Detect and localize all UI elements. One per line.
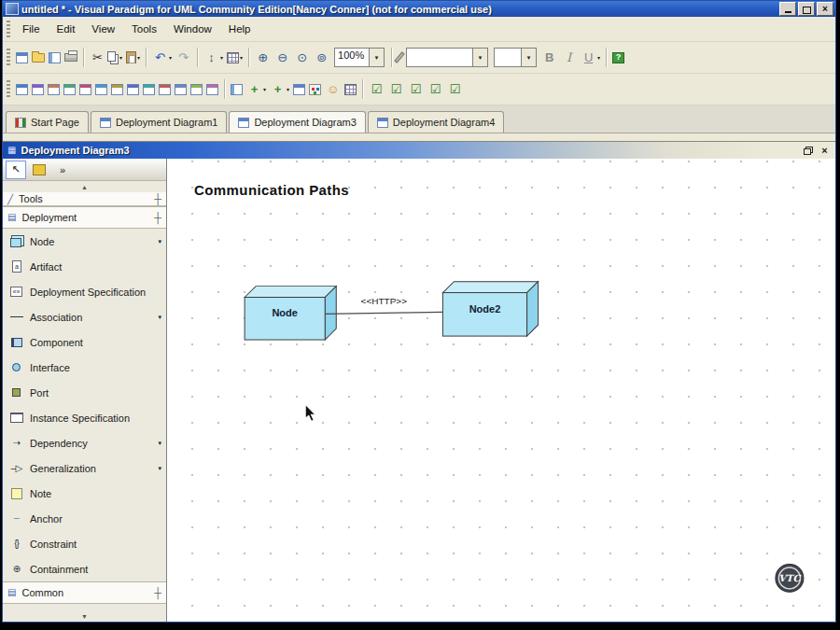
create-element-dropdown-icon[interactable]: ▾ [263, 86, 266, 92]
show-view-button[interactable] [229, 77, 245, 101]
format-copier-button[interactable]: ↕▾ [202, 46, 225, 69]
publish-button[interactable]: ☑ [445, 77, 465, 101]
state-diagram-button[interactable] [77, 77, 93, 101]
palette-item-association-dropdown-icon[interactable]: ▾ [158, 314, 161, 321]
tab-deployment-diagram1[interactable]: Deployment Diagram1 [91, 111, 227, 133]
deployment-pin-icon[interactable]: ┼ [154, 213, 161, 223]
spell-check-button[interactable]: ☑ [386, 77, 406, 101]
diagram-canvas[interactable]: Communication Paths Node <<HTTP>> Node2 [167, 159, 835, 622]
package-diagram-button[interactable] [141, 77, 157, 101]
report-button[interactable]: ☑ [406, 77, 426, 101]
font-size-combo[interactable]: ▼ [494, 48, 537, 67]
use-case-diagram-button[interactable] [30, 77, 46, 101]
palette-item-containment[interactable]: ⊕Containment [3, 556, 166, 581]
activity-diagram-button[interactable] [93, 77, 109, 101]
tab-deployment-diagram3[interactable]: Deployment Diagram3 [229, 111, 365, 133]
nicknames-button[interactable]: ☺ [323, 77, 343, 101]
uml-node-1[interactable]: Node [245, 287, 336, 340]
menu-tools[interactable]: Tools [123, 21, 165, 37]
deployment-diagram-button[interactable] [125, 77, 141, 101]
copy-button[interactable]: ▾ [107, 46, 124, 69]
create-connector-button[interactable]: +▾ [268, 77, 291, 101]
timing-diagram-button[interactable] [189, 77, 204, 101]
redo-button[interactable]: ↷ [174, 46, 193, 69]
palette-scroll-up[interactable]: ▲ [3, 181, 166, 192]
palette-scroll-down[interactable]: ▼ [3, 610, 166, 622]
copy-dropdown-icon[interactable]: ▾ [119, 54, 122, 61]
communication-diagram-button[interactable] [62, 77, 77, 101]
cut-button[interactable]: ✂ [88, 46, 107, 69]
palette-item-component[interactable]: Component [3, 329, 166, 355]
font-family-combo[interactable]: ▼ [406, 48, 488, 67]
open-project-button[interactable] [30, 46, 47, 69]
tab-deployment-diagram4[interactable]: Deployment Diagram4 [368, 111, 504, 133]
interaction-overview-diagram-button[interactable] [204, 77, 220, 101]
palette-section-common[interactable]: ▤ Common ┼ [3, 581, 166, 604]
component-diagram-button[interactable] [109, 77, 125, 101]
sweeper-button[interactable] [396, 46, 403, 69]
palette-section-deployment[interactable]: ▤ Deployment ┼ [3, 206, 166, 229]
communication-path-link[interactable] [325, 312, 442, 314]
restore-button[interactable] [798, 2, 815, 16]
font-size-combo-dropdown-icon[interactable]: ▼ [521, 49, 536, 66]
tools-pin-icon[interactable]: ┼ [154, 194, 161, 204]
menu-view[interactable]: View [83, 21, 123, 37]
layout-button[interactable]: ▾ [225, 46, 245, 69]
menu-help[interactable]: Help [220, 21, 259, 37]
menu-file[interactable]: File [14, 21, 49, 37]
palette-item-association[interactable]: Association▾ [3, 304, 166, 329]
uml-node-2[interactable]: Node2 [442, 282, 538, 336]
zoom-in-button[interactable]: ⊕ [253, 46, 273, 69]
create-connector-dropdown-icon[interactable]: ▾ [287, 86, 289, 92]
overview-button[interactable] [343, 77, 358, 101]
magnifier-button[interactable]: ⊙ [292, 46, 312, 69]
new-project-button[interactable] [14, 46, 30, 69]
underline-dropdown-icon[interactable]: ▾ [597, 54, 600, 61]
menu-window[interactable]: Window [165, 21, 220, 37]
font-family-combo-dropdown-icon[interactable]: ▼ [472, 49, 487, 66]
close-button[interactable]: × [817, 2, 833, 16]
float-window-button[interactable] [802, 145, 814, 156]
common-pin-icon[interactable]: ┼ [154, 588, 161, 598]
palette-item-dependency-dropdown-icon[interactable]: ▾ [158, 440, 161, 447]
palette-menu-button[interactable]: » [52, 161, 73, 179]
palette-section-tools[interactable]: ╱ Tools ┼ [3, 192, 166, 206]
zoom-level-combo[interactable]: 100%▼ [334, 48, 385, 67]
zoom-out-button[interactable]: ⊖ [273, 46, 292, 69]
palette-item-node[interactable]: Node▾ [3, 229, 166, 254]
minimize-button[interactable] [779, 2, 796, 16]
paste-button[interactable]: ▾ [124, 46, 142, 69]
palette-item-constraint[interactable]: {}Constraint [3, 531, 166, 556]
italic-button[interactable]: I [559, 46, 579, 69]
palette-item-artifact[interactable]: Artifact [3, 254, 166, 279]
palette-item-instance-specification[interactable]: Instance Specification [3, 405, 166, 430]
zoom-level-combo-dropdown-icon[interactable]: ▼ [369, 49, 384, 66]
bold-button[interactable]: B [539, 46, 559, 69]
pointer-tool-button[interactable]: ↖ [6, 161, 26, 179]
sequence-diagram-button[interactable] [46, 77, 62, 101]
palette-item-deployment-specification[interactable]: Deployment Specification [3, 279, 166, 304]
zoom-area-button[interactable]: ⊚ [312, 46, 331, 69]
formats-button[interactable] [307, 77, 323, 101]
undo-button[interactable]: ↶▾ [150, 46, 174, 69]
class-diagram-button[interactable] [14, 77, 30, 101]
menu-edit[interactable]: Edit [49, 21, 84, 37]
print-button[interactable] [63, 46, 79, 69]
sweeper-tool-button[interactable] [29, 161, 49, 179]
validate-button[interactable]: ☑ [367, 77, 386, 101]
open-specification-button[interactable] [291, 77, 307, 101]
help-button[interactable]: ? [610, 46, 626, 69]
palette-item-port[interactable]: Port [3, 380, 166, 405]
palette-item-anchor[interactable]: ┈Anchor [3, 506, 166, 531]
panes-button[interactable] [47, 46, 63, 69]
palette-item-interface[interactable]: Interface [3, 355, 166, 380]
palette-item-note[interactable]: Note [3, 481, 166, 506]
undo-dropdown-icon[interactable]: ▾ [169, 54, 172, 61]
paste-dropdown-icon[interactable]: ▾ [137, 54, 140, 61]
palette-item-node-dropdown-icon[interactable]: ▾ [158, 238, 161, 245]
close-diagram-button[interactable]: × [819, 145, 831, 156]
format-copier-dropdown-icon[interactable]: ▾ [220, 54, 223, 61]
palette-item-generalization[interactable]: –▷Generalization▾ [3, 455, 166, 481]
composite-structure-diagram-button[interactable] [173, 77, 189, 101]
underline-button[interactable]: U▾ [579, 46, 602, 69]
